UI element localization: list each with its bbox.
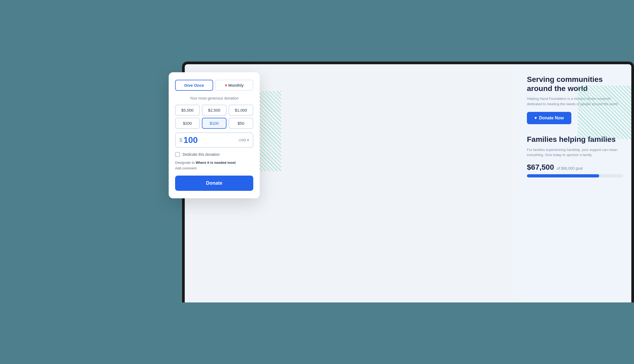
- currency-symbol: $: [179, 137, 182, 143]
- chevron-down-icon: ▾: [247, 138, 249, 142]
- amount-btn-50[interactable]: $50: [229, 118, 253, 129]
- donation-widget: Give Once ♥Monthly Your most generous do…: [169, 72, 260, 198]
- amount-btn-200[interactable]: $200: [175, 118, 200, 129]
- stripe-decoration-top: [578, 86, 631, 139]
- amount-5000-label: $5,000: [181, 108, 194, 112]
- progress-section: $67,500 of $90,000 goal 75%: [527, 163, 623, 177]
- currency-label: USD: [239, 138, 246, 142]
- progress-raised: $67,500: [527, 163, 554, 171]
- tab-monthly[interactable]: ♥Monthly: [215, 80, 253, 91]
- dedicate-row: Dedicate this donation: [175, 152, 253, 157]
- heart-icon: ♥: [534, 116, 537, 120]
- amount-2500-label: $2,500: [208, 108, 220, 112]
- section-families: Families helping families For families e…: [527, 135, 623, 177]
- donate-now-label: Donate Now: [539, 116, 564, 120]
- currency-selector[interactable]: USD ▾: [239, 138, 249, 142]
- donation-subtitle: Your most generous donation: [175, 96, 253, 100]
- dedicate-checkbox[interactable]: [175, 152, 180, 157]
- monthly-label: Monthly: [228, 83, 244, 88]
- amount-50-label: $50: [237, 121, 244, 126]
- progress-bar-container: 75%: [527, 174, 623, 177]
- amount-input[interactable]: [183, 135, 239, 145]
- donate-button-label: Donate: [206, 180, 222, 186]
- frequency-tabs: Give Once ♥Monthly: [175, 80, 253, 91]
- amount-input-wrapper: $ USD ▾: [175, 132, 253, 148]
- progress-goal: of $90,000 goal: [557, 166, 583, 170]
- amount-btn-100[interactable]: $100: [202, 118, 227, 129]
- amount-200-label: $200: [183, 121, 192, 126]
- amount-1000-label: $1,000: [235, 108, 247, 112]
- amount-btn-1000[interactable]: $1,000: [229, 105, 253, 116]
- amount-btn-2500[interactable]: $2,500: [202, 105, 227, 116]
- add-comment[interactable]: Add comment: [175, 166, 253, 170]
- progress-bar-fill: 75%: [527, 174, 599, 177]
- tab-give-once[interactable]: Give Once: [175, 80, 213, 91]
- designate-prefix: Designate to: [175, 161, 195, 165]
- monthly-heart-icon: ♥: [225, 83, 227, 88]
- donate-button[interactable]: Donate: [175, 176, 253, 191]
- designate-value: Where it is needed most: [196, 161, 236, 165]
- amount-btn-5000[interactable]: $5,000: [175, 105, 200, 116]
- dedicate-label: Dedicate this donation: [183, 152, 220, 157]
- families-description: For families experiencing hardship, your…: [527, 147, 623, 158]
- right-panel: Serving communities around the world Hel…: [519, 64, 631, 302]
- amount-grid: $5,000 $2,500 $1,000 $200 $100 $50: [175, 105, 253, 129]
- designate-text: Designate to Where it is needed most: [175, 161, 253, 165]
- give-once-label: Give Once: [184, 83, 204, 88]
- amount-100-label: $100: [210, 121, 218, 126]
- donate-now-button[interactable]: ♥ Donate Now: [527, 112, 571, 124]
